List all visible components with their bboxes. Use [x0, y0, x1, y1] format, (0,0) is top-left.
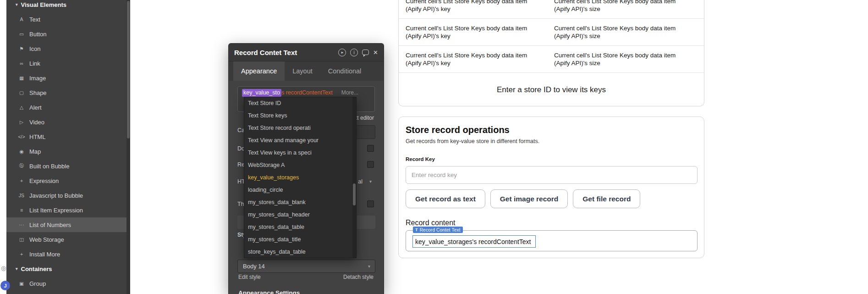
edit-style-link[interactable]: Edit style — [238, 274, 261, 280]
target-icon[interactable]: ◎ — [1, 265, 6, 272]
style-select-value: Body 14 — [243, 263, 265, 270]
autocomplete-item[interactable]: Text Store ID — [244, 97, 352, 110]
record-content-label: Record content — [406, 219, 697, 227]
chevron-down-icon: ▾ — [16, 266, 18, 271]
storage-icon: ◫ — [17, 237, 26, 242]
sidebar-item-label: Visual Elements — [21, 1, 66, 8]
table-row: Current cell's List Store Keys body data… — [399, 19, 704, 46]
dropdown-scrollbar[interactable] — [352, 97, 356, 258]
comment-icon[interactable] — [362, 50, 369, 55]
javascript-icon: JS — [17, 193, 26, 198]
ellipsis-icon: ⋯ — [17, 222, 26, 227]
store-record-operations-card: Store record operations Get records from… — [398, 116, 704, 258]
scrollbar-thumb[interactable] — [127, 1, 130, 139]
tab-layout[interactable]: Layout — [285, 61, 320, 81]
panel-title: Record Contet Text — [234, 49, 297, 56]
sidebar-item-javascript-to-bubble[interactable]: ▾ JS Javascript to Bubble — [6, 188, 126, 203]
empty-state-message: Enter a store ID to view its keys — [399, 73, 704, 106]
shape-icon: ▢ — [17, 90, 26, 95]
expression-token: key_value_sto — [242, 89, 281, 97]
sidebar-scrollbar[interactable] — [126, 0, 130, 294]
get-file-record-button[interactable]: Get file record — [573, 189, 640, 208]
checkbox[interactable] — [367, 200, 374, 207]
sidebar-item-shape[interactable]: ▾ ▢ Shape — [6, 85, 126, 100]
sidebar-item-label: Video — [29, 119, 44, 126]
autocomplete-dropdown: Text Store IDText Store keysText Store r… — [244, 97, 357, 258]
autocomplete-item[interactable]: loading_circle — [244, 184, 352, 196]
sidebar-item-link[interactable]: ▾ ∞ Link — [6, 56, 126, 71]
sidebar-item-web-storage[interactable]: ▾ ◫ Web Storage — [6, 232, 126, 247]
get-image-record-button[interactable]: Get image record — [490, 189, 568, 208]
help-badge[interactable]: J — [0, 281, 10, 290]
sidebar-item-image[interactable]: ▾ ▦ Image — [6, 71, 126, 85]
mini-input — [355, 125, 375, 139]
sidebar-item-list-of-numbers[interactable]: ▾ ⋯ List of Numbers — [6, 217, 126, 232]
sidebar-item-map[interactable]: ▾ ◉ Map — [6, 144, 126, 159]
autocomplete-item[interactable]: Text View and manage your — [244, 134, 352, 147]
sidebar-item-label: Containers — [21, 266, 52, 272]
sidebar-item-icon[interactable]: ▾ ⚑ Icon — [6, 41, 126, 56]
style-select[interactable]: Body 14 ▾ — [237, 260, 375, 273]
tab-appearance[interactable]: Appearance — [233, 61, 285, 81]
record-key-input[interactable] — [406, 166, 698, 184]
size-cell: Current cell's List Store Keys body data… — [554, 0, 701, 13]
sidebar-item-label: Javascript to Bubble — [29, 192, 83, 199]
sidebar-item-button[interactable]: ▾ ▭ Button — [6, 27, 126, 41]
sidebar-item-label: Text — [29, 16, 40, 23]
preview-icon[interactable]: ▸ — [338, 49, 346, 56]
section-containers[interactable]: ▾ Containers — [6, 261, 126, 276]
panel-header[interactable]: Record Contet Text ▸ i ✕ — [229, 44, 384, 61]
sidebar-item-expression[interactable]: ▾ + Expression — [6, 173, 126, 188]
rich-text-editor-link[interactable]: xt editor — [354, 115, 374, 121]
more-link[interactable]: More... — [341, 89, 358, 97]
expression-suffix: s recordContentText — [281, 89, 333, 97]
size-cell: Current cell's List Store Keys body data… — [554, 24, 701, 40]
sidebar-item-label: List of Numbers — [29, 222, 71, 228]
option-label-fragment: Th — [237, 201, 244, 207]
autocomplete-item[interactable]: Text Store keys — [244, 110, 352, 122]
table-row: Current cell's List Store Keys body data… — [399, 46, 704, 73]
close-icon[interactable]: ✕ — [373, 49, 378, 56]
expression-icon: + — [17, 178, 26, 183]
sidebar-item-label: Alert — [29, 104, 42, 111]
checkbox[interactable] — [367, 145, 374, 152]
sidebar-item-video[interactable]: ▾ ▷ Video — [6, 115, 126, 129]
text-element-icon: T — [415, 227, 418, 232]
sidebar-item-alert[interactable]: ▾ △ Alert — [6, 100, 126, 115]
expression-line: key_value_sto s recordContentText More..… — [242, 89, 370, 97]
sidebar-item-label: Expression — [29, 178, 59, 184]
autocomplete-item[interactable]: key_value_storages — [244, 172, 352, 184]
key-cell: Current cell's List Store Keys body data… — [406, 24, 554, 40]
sidebar-item-html[interactable]: ▾ </> HTML — [6, 129, 126, 144]
autocomplete-item[interactable]: my_stores_data_title — [244, 233, 352, 246]
scrollbar-thumb[interactable] — [353, 183, 356, 205]
sidebar-item-repeating-group[interactable]: ▾ ▤ Repeating Group — [6, 291, 126, 294]
image-icon: ▦ — [17, 75, 26, 81]
info-icon[interactable]: i — [350, 49, 358, 56]
get-record-as-text-button[interactable]: Get record as text — [406, 189, 485, 208]
tab-conditional[interactable]: Conditional — [320, 61, 369, 81]
autocomplete-item[interactable]: Text View keys in a speci — [244, 147, 352, 159]
sidebar-item-label: Image — [29, 75, 46, 82]
section-visual-elements[interactable]: ▾ Visual Elements — [6, 0, 126, 12]
autocomplete-item[interactable]: Text Store record operati — [244, 122, 352, 134]
autocomplete-item[interactable]: WebStorage A — [244, 159, 352, 172]
sidebar-item-label: Install More — [29, 251, 60, 258]
sidebar-item-install-more[interactable]: ▾ + Install More — [6, 247, 126, 261]
sidebar-item-text[interactable]: ▾ A Text — [6, 12, 126, 27]
selected-text-element[interactable]: key_value_storages's recordContentText — [412, 235, 536, 248]
sidebar-item-built-on-bubble[interactable]: ▾ ⓑ Built on Bubble — [6, 159, 126, 173]
autocomplete-item[interactable]: my_stores_data_blank — [244, 196, 352, 209]
plus-icon: + — [17, 251, 26, 257]
detach-style-link[interactable]: Detach style — [343, 274, 374, 280]
chevron-down-icon[interactable]: ▾ — [369, 179, 372, 184]
selected-element-name: Record Contet Text — [420, 227, 461, 233]
sidebar-item-list-item-expression[interactable]: ▾ ≡ List Item Expression — [6, 203, 126, 217]
autocomplete-item[interactable]: my_stores_data_table — [244, 221, 352, 233]
checkbox[interactable] — [367, 161, 374, 168]
autocomplete-item[interactable]: my_stores_data_header — [244, 209, 352, 221]
key-cell: Current cell's List Store Keys body data… — [406, 51, 554, 67]
store-keys-table-card: Current cell's List Store Keys body data… — [398, 0, 704, 106]
sidebar-item-group[interactable]: ▾ ▣ Group — [6, 276, 126, 291]
autocomplete-item[interactable]: store_keys_data_table — [244, 246, 352, 258]
